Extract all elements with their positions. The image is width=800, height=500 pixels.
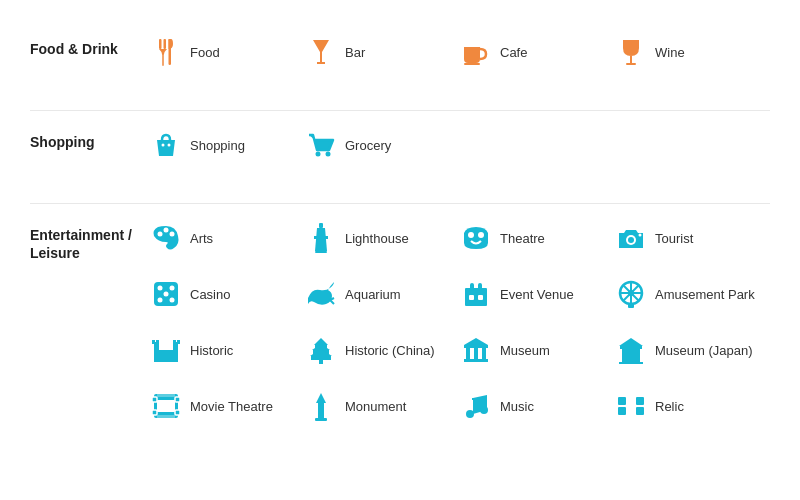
svg-rect-68 (619, 362, 643, 364)
list-item: Historic (China) (305, 334, 460, 366)
list-item: Wine (615, 36, 770, 68)
list-item: Arts (150, 222, 305, 254)
music-icon (460, 390, 492, 422)
svg-point-24 (158, 286, 163, 291)
svg-point-7 (162, 144, 165, 147)
item-label-wine: Wine (655, 45, 685, 60)
svg-rect-4 (464, 63, 480, 65)
svg-rect-62 (482, 348, 486, 359)
list-item: Event Venue (460, 278, 615, 310)
svg-point-84 (480, 406, 488, 414)
svg-rect-61 (474, 348, 478, 359)
svg-rect-77 (157, 400, 175, 412)
item-label-grocery: Grocery (345, 138, 391, 153)
list-item: Amusement Park (615, 278, 770, 310)
items-grid-shopping: Shopping Grocery (150, 129, 770, 185)
items-grid-food-drink: Food Bar (150, 36, 770, 92)
svg-rect-87 (636, 397, 644, 405)
cocktail-icon (305, 36, 337, 68)
item-label-historic-china: Historic (China) (345, 343, 435, 358)
item-label-event-venue: Event Venue (500, 287, 574, 302)
svg-rect-64 (472, 340, 480, 345)
svg-point-28 (164, 292, 169, 297)
item-label-amusement-park: Amusement Park (655, 287, 755, 302)
list-item: Historic (150, 334, 305, 366)
item-label-lighthouse: Lighthouse (345, 231, 409, 246)
dice-icon (150, 278, 182, 310)
pagoda-icon (305, 334, 337, 366)
dolphin-icon (305, 278, 337, 310)
svg-point-39 (628, 290, 634, 296)
item-label-relic: Relic (655, 399, 684, 414)
shrine-icon (615, 334, 647, 366)
svg-point-19 (478, 232, 484, 238)
list-item: Lighthouse (305, 222, 460, 254)
item-label-movie-theatre: Movie Theatre (190, 399, 273, 414)
divider-2 (30, 203, 770, 204)
item-label-monument: Monument (345, 399, 406, 414)
camera-icon (615, 222, 647, 254)
item-label-bar: Bar (345, 45, 365, 60)
svg-rect-57 (319, 360, 323, 364)
svg-rect-33 (478, 295, 483, 300)
main-container: Food & Drink Food (20, 16, 780, 484)
theatre-icon (460, 222, 492, 254)
list-item: Monument (305, 390, 460, 422)
list-item: Museum (Japan) (615, 334, 770, 366)
svg-rect-17 (314, 236, 328, 239)
svg-rect-81 (318, 403, 324, 418)
svg-rect-6 (626, 63, 636, 65)
svg-rect-5 (630, 56, 632, 63)
svg-rect-85 (472, 398, 487, 400)
svg-rect-70 (622, 351, 626, 359)
svg-rect-49 (177, 340, 180, 344)
svg-rect-0 (159, 39, 162, 49)
svg-point-22 (639, 234, 642, 237)
ferris-icon (615, 278, 647, 310)
svg-rect-1 (164, 39, 167, 49)
svg-marker-65 (619, 338, 643, 346)
list-item: Aquarium (305, 278, 460, 310)
svg-marker-80 (316, 393, 326, 403)
svg-point-12 (164, 228, 169, 233)
item-label-shopping: Shopping (190, 138, 245, 153)
svg-rect-66 (620, 346, 642, 349)
fork-knife-icon (150, 36, 182, 68)
castle-icon (150, 334, 182, 366)
item-label-cafe: Cafe (500, 45, 527, 60)
list-item: Food (150, 36, 305, 68)
list-item: Tourist (615, 222, 770, 254)
list-item: Movie Theatre (150, 390, 305, 422)
cart-icon (305, 129, 337, 161)
category-shopping: Shopping Shopping (30, 129, 770, 185)
svg-point-13 (170, 232, 175, 237)
svg-rect-73 (152, 397, 157, 402)
svg-point-10 (326, 152, 331, 157)
category-label-entertainment: Entertainment / Leisure (30, 222, 150, 262)
list-item: Casino (150, 278, 305, 310)
list-item: Bar (305, 36, 460, 68)
svg-marker-51 (314, 338, 328, 345)
svg-rect-89 (636, 407, 644, 415)
svg-point-18 (468, 232, 474, 238)
category-label-food-drink: Food & Drink (30, 36, 150, 58)
item-label-food: Food (190, 45, 220, 60)
svg-point-21 (628, 237, 634, 243)
svg-point-8 (168, 144, 171, 147)
svg-point-27 (170, 298, 175, 303)
svg-rect-40 (628, 304, 634, 308)
svg-rect-31 (478, 283, 482, 291)
list-item: Cafe (460, 36, 615, 68)
svg-marker-15 (315, 228, 327, 251)
list-item: Grocery (305, 129, 460, 161)
list-item: Museum (460, 334, 615, 366)
svg-rect-59 (464, 345, 488, 348)
svg-rect-76 (175, 410, 180, 415)
svg-rect-79 (157, 415, 175, 418)
items-grid-entertainment: Arts Lighthouse (150, 222, 770, 446)
item-label-museum-japan: Museum (Japan) (655, 343, 753, 358)
svg-rect-30 (470, 283, 474, 291)
svg-point-26 (158, 298, 163, 303)
item-label-historic: Historic (190, 343, 233, 358)
svg-rect-48 (173, 340, 176, 344)
